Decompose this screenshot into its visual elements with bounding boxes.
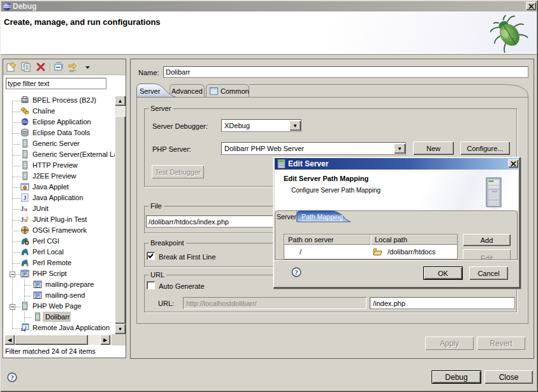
svg-text:J: J — [24, 194, 27, 201]
svg-text:P: P — [36, 293, 39, 299]
svg-text:u: u — [24, 206, 27, 212]
svg-text:P: P — [36, 282, 39, 288]
svg-text:?: ? — [294, 268, 298, 276]
svg-text:?: ? — [10, 374, 14, 381]
svg-text:J: J — [24, 325, 27, 330]
svg-text:P: P — [23, 272, 26, 277]
